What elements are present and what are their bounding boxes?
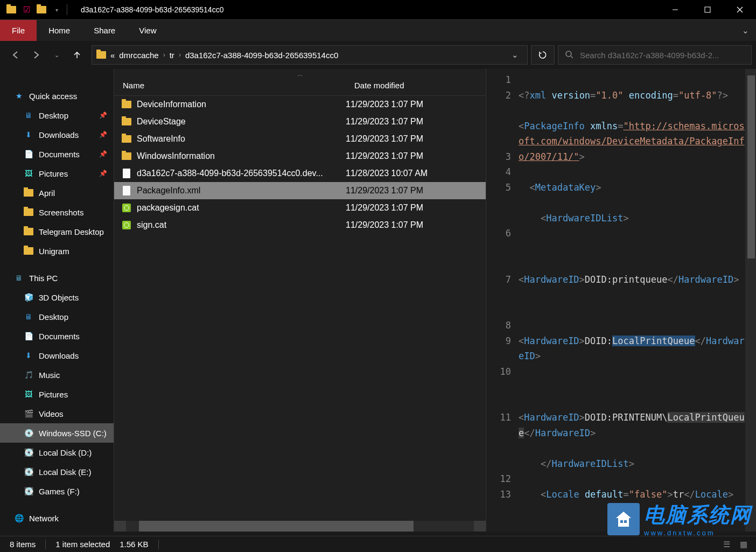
breadcrumb-item[interactable]: dmrccache (119, 51, 158, 60)
drive-icon: 💽 (24, 486, 33, 496)
tab-share[interactable]: Share (82, 20, 127, 41)
sidebar-item-downloads-pc[interactable]: ⬇Downloads (0, 346, 114, 365)
sidebar-item-screenshots[interactable]: Screenshots (0, 202, 114, 222)
close-button[interactable] (724, 0, 756, 19)
file-name: sign.cat (137, 220, 346, 230)
qat-dropdown-icon[interactable]: ▾ (50, 3, 64, 17)
file-row[interactable]: WindowsInformation11/29/2023 1:07 PM (114, 148, 486, 165)
sidebar-item-unigram[interactable]: Unigram (0, 241, 114, 261)
folder-icon (24, 247, 33, 255)
file-row[interactable]: DeviceInformation11/29/2023 1:07 PM (114, 96, 486, 113)
watermark-url: www.dnxtw.com (644, 529, 752, 537)
qat-properties-icon[interactable]: ☑ (19, 3, 33, 17)
address-row: ⌄ « dmrccache › tr › d3a162c7-a388-4099-… (0, 41, 756, 69)
line-number-gutter: 12 345 6 7 89 10 11 1213 (486, 69, 519, 532)
sidebar-item-3dobjects[interactable]: 🧊3D Objects (0, 288, 114, 307)
file-icon (121, 167, 132, 179)
sidebar-item-drive-d[interactable]: 💽Local Disk (D:) (0, 443, 114, 462)
column-header-date[interactable]: Date modified (346, 81, 486, 90)
back-button[interactable] (10, 49, 22, 61)
qat-newfolder-icon[interactable] (34, 3, 48, 17)
breadcrumb-item[interactable]: d3a162c7-a388-4099-b63d-265639514cc0 (185, 51, 338, 60)
file-row[interactable]: d3a162c7-a388-4099-b63d-265639514cc0.dev… (114, 165, 486, 182)
scrollbar-thumb[interactable] (139, 521, 414, 532)
maximize-button[interactable] (691, 0, 724, 19)
drive-icon: 💽 (24, 448, 33, 457)
forward-button[interactable] (30, 49, 42, 61)
file-name: SoftwareInfo (137, 134, 346, 144)
file-row[interactable]: sign.cat11/29/2023 1:07 PM (114, 216, 486, 234)
svg-rect-7 (624, 520, 627, 523)
status-size: 1.56 KB (120, 540, 148, 549)
drive-icon: 💽 (24, 428, 33, 438)
layout-thumbnails-icon[interactable]: ▦ (736, 538, 752, 551)
folder-icon (121, 99, 132, 110)
search-box[interactable] (558, 45, 752, 65)
layout-details-icon[interactable]: ☰ (718, 538, 734, 551)
column-header-name[interactable]: Name (114, 81, 346, 90)
sidebar-item-videos[interactable]: 🎬Videos (0, 404, 114, 423)
scrollbar-thumb[interactable] (747, 75, 755, 258)
sidebar-item-documents[interactable]: 📄Documents📌 (0, 144, 114, 164)
scroll-left-icon[interactable] (114, 521, 126, 532)
sidebar-item-desktop[interactable]: 🖥Desktop📌 (0, 106, 114, 125)
sidebar-item-drive-c[interactable]: 💽Windows-SSD (C:) (0, 423, 114, 443)
recent-dropdown-icon[interactable]: ⌄ (51, 49, 62, 61)
tab-view[interactable]: View (127, 20, 168, 41)
pin-icon: 📌 (99, 111, 107, 119)
file-name: WindowsInformation (137, 151, 346, 161)
sidebar-item-documents-pc[interactable]: 📄Documents (0, 326, 114, 346)
chevron-right-icon[interactable]: › (179, 51, 181, 59)
sidebar-item-april[interactable]: April (0, 183, 114, 202)
sidebar-item-telegram[interactable]: Telegram Desktop (0, 222, 114, 241)
address-history-icon[interactable]: ⌄ (507, 50, 523, 60)
sidebar-item-music[interactable]: 🎵Music (0, 365, 114, 385)
tab-home[interactable]: Home (37, 20, 82, 41)
vertical-scrollbar[interactable] (745, 69, 756, 532)
this-pc-section[interactable]: 🖥This PC (0, 268, 114, 288)
file-row[interactable]: DeviceStage11/29/2023 1:07 PM (114, 113, 486, 130)
minimize-button[interactable] (659, 0, 691, 19)
horizontal-scrollbar[interactable] (114, 521, 486, 532)
search-icon (565, 50, 573, 60)
quick-access-section[interactable]: ★Quick access (0, 86, 114, 106)
breadcrumb-overflow[interactable]: « (110, 51, 115, 60)
desktop-icon: 🖥 (24, 312, 33, 322)
file-row[interactable]: packagesign.cat11/29/2023 1:07 PM (114, 199, 486, 216)
file-date: 11/29/2023 1:07 PM (346, 203, 486, 213)
music-icon: 🎵 (24, 370, 33, 380)
chevron-right-icon[interactable]: › (163, 51, 165, 59)
file-date: 11/29/2023 1:07 PM (346, 220, 486, 230)
scroll-right-icon[interactable] (474, 521, 486, 532)
file-date: 11/29/2023 1:07 PM (346, 186, 486, 195)
watermark-logo: 电脑系统网 www.dnxtw.com (607, 501, 752, 537)
collapse-chevron-icon[interactable]: ︿ (297, 71, 303, 79)
tab-file[interactable]: File (0, 20, 37, 41)
preview-pane: 12 345 6 7 89 10 11 1213 <?xml version="… (486, 69, 756, 532)
desktop-icon: 🖥 (24, 110, 33, 120)
file-row[interactable]: PackageInfo.xml11/29/2023 1:07 PM (114, 182, 486, 199)
file-date: 11/29/2023 1:07 PM (346, 100, 486, 109)
pin-icon: 📌 (99, 170, 107, 177)
status-selection: 1 item selected (55, 540, 110, 549)
sidebar-item-drive-f[interactable]: 💽Games (F:) (0, 481, 114, 501)
sidebar-item-pictures[interactable]: 🖼Pictures📌 (0, 164, 114, 183)
sidebar-item-pictures-pc[interactable]: 🖼Pictures (0, 385, 114, 404)
file-row[interactable]: SoftwareInfo11/29/2023 1:07 PM (114, 130, 486, 148)
ribbon-expand-icon[interactable]: ⌄ (734, 20, 756, 41)
quick-access-label: Quick access (29, 92, 77, 101)
sidebar-item-desktop-pc[interactable]: 🖥Desktop (0, 307, 114, 326)
download-icon: ⬇ (24, 130, 33, 139)
refresh-button[interactable] (531, 45, 555, 65)
watermark-title: 电脑系统网 (644, 501, 752, 529)
sidebar-item-drive-e[interactable]: 💽Local Disk (E:) (0, 462, 114, 481)
network-section[interactable]: 🌐Network (0, 508, 114, 528)
sidebar-item-downloads[interactable]: ⬇Downloads📌 (0, 125, 114, 144)
network-icon: 🌐 (14, 513, 24, 523)
search-input[interactable] (580, 51, 745, 60)
up-button[interactable] (71, 49, 83, 61)
folder-icon (121, 133, 132, 145)
titlebar: ☑ ▾ d3a162c7-a388-4099-b63d-265639514cc0 (0, 0, 756, 19)
breadcrumb-item[interactable]: tr (170, 51, 174, 60)
address-bar[interactable]: « dmrccache › tr › d3a162c7-a388-4099-b6… (92, 45, 528, 65)
